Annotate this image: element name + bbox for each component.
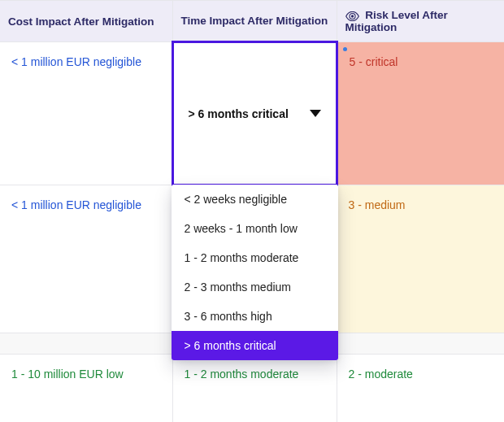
svg-point-0 — [350, 15, 353, 17]
col-header-cost[interactable]: Cost Impact After Mitigation — [0, 1, 172, 42]
chevron-down-icon — [310, 110, 321, 117]
cell-cost[interactable]: < 1 million EUR negligible — [0, 42, 172, 185]
time-value: 1 - 2 months moderate — [185, 368, 299, 381]
cell-cost[interactable]: 1 - 10 million EUR low — [0, 355, 172, 423]
col-header-time[interactable]: Time Impact After Mitigation — [172, 1, 337, 42]
col-header-time-label: Time Impact After Mitigation — [181, 15, 328, 27]
time-dropdown-selected: > 6 months critical — [189, 107, 289, 120]
time-option[interactable]: 3 - 6 months high — [172, 302, 338, 331]
cell-risk[interactable]: 5 - critical — [337, 42, 504, 185]
table-row: 1 - 10 million EUR low 1 - 2 months mode… — [0, 355, 504, 423]
eye-icon — [345, 11, 359, 21]
table-header-row: Cost Impact After Mitigation Time Impact… — [0, 1, 504, 42]
cell-cost[interactable]: < 1 million EUR negligible — [0, 185, 172, 333]
time-option[interactable]: 2 weeks - 1 month low — [172, 214, 338, 243]
cost-value: < 1 million EUR negligible — [11, 198, 141, 211]
risk-value: 5 - critical — [350, 55, 398, 68]
cost-value: < 1 million EUR negligible — [11, 55, 141, 68]
cell-time-dropdown[interactable]: > 6 months critical < 2 weeks negligible… — [172, 42, 337, 185]
time-dropdown-panel: < 2 weeks negligible 2 weeks - 1 month l… — [172, 185, 338, 360]
time-option[interactable]: 2 - 3 months medium — [172, 272, 338, 302]
cell-risk[interactable]: 3 - medium — [337, 185, 504, 333]
risk-value: 2 - moderate — [349, 368, 413, 381]
time-option[interactable]: < 2 weeks negligible — [172, 185, 338, 214]
col-header-risk[interactable]: Risk Level After Mitigation — [337, 1, 504, 42]
time-dropdown-trigger[interactable]: > 6 months critical — [174, 43, 336, 184]
table-row: < 1 million EUR negligible > 6 months cr… — [0, 42, 504, 185]
indicator-dot-icon — [343, 47, 347, 51]
time-option-selected[interactable]: > 6 months critical — [172, 331, 338, 360]
time-option[interactable]: 1 - 2 months moderate — [172, 243, 338, 272]
col-header-risk-label: Risk Level After Mitigation — [345, 9, 448, 33]
spacer-cell — [0, 333, 172, 355]
cell-time[interactable]: 1 - 2 months moderate — [172, 355, 337, 423]
col-header-cost-label: Cost Impact After Mitigation — [8, 15, 154, 28]
cost-value: 1 - 10 million EUR low — [11, 368, 124, 381]
spacer-cell — [337, 333, 504, 355]
risk-value: 3 - medium — [349, 198, 406, 211]
cell-risk[interactable]: 2 - moderate — [337, 355, 504, 423]
mitigation-table: Cost Impact After Mitigation Time Impact… — [0, 0, 504, 422]
